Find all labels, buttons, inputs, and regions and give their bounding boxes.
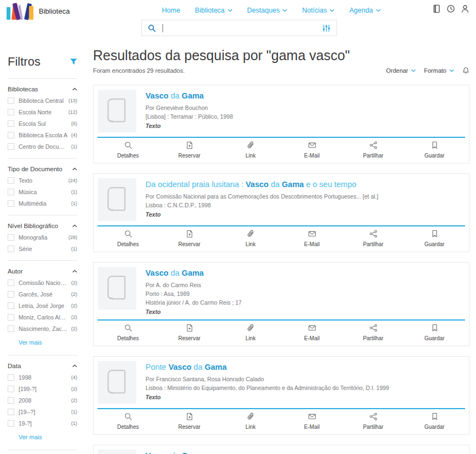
filter-option[interactable]: 2008 (2) bbox=[8, 397, 77, 404]
action-email[interactable]: E-Mail bbox=[281, 230, 343, 247]
nav-destaques[interactable]: Destaques bbox=[247, 7, 288, 14]
chevron-up-icon[interactable] bbox=[72, 270, 77, 273]
checkbox[interactable] bbox=[8, 374, 14, 381]
checkbox[interactable] bbox=[8, 246, 14, 252]
filter-option[interactable]: Escola Sul (6) bbox=[8, 120, 77, 127]
checkbox[interactable] bbox=[8, 177, 14, 184]
action-link[interactable]: Link bbox=[220, 412, 281, 430]
checkbox[interactable] bbox=[8, 291, 14, 298]
action-reservar[interactable]: Reservar bbox=[159, 141, 220, 159]
filter-section-header[interactable]: Data bbox=[8, 363, 77, 369]
action-reservar[interactable]: Reservar bbox=[159, 412, 220, 430]
result-title[interactable]: Vasco da Gama bbox=[146, 91, 233, 100]
chevron-up-icon[interactable] bbox=[72, 364, 77, 368]
action-guardar[interactable]: Guardar bbox=[404, 141, 465, 159]
result-title[interactable]: Vasco da Gama bbox=[146, 269, 242, 277]
book-thumbnail[interactable] bbox=[98, 361, 136, 404]
action-partilhar[interactable]: Partilhar bbox=[343, 230, 404, 247]
action-email[interactable]: E-Mail bbox=[281, 412, 343, 430]
action-link[interactable]: Link bbox=[220, 230, 281, 247]
filter-option[interactable]: [199-?] (2) bbox=[8, 386, 77, 392]
checkbox[interactable] bbox=[8, 397, 14, 404]
filter-section-header[interactable]: Nível Bibliográfico bbox=[8, 223, 77, 229]
filter-section-header[interactable]: Bibliotecas bbox=[8, 86, 77, 92]
filter-option[interactable]: Garcês, José (2) bbox=[8, 291, 77, 298]
nav-agenda[interactable]: Agenda bbox=[349, 7, 380, 14]
chevron-up-icon[interactable] bbox=[72, 167, 77, 171]
filter-option[interactable]: Letria, José Jorge (2) bbox=[8, 302, 77, 309]
action-link[interactable]: Link bbox=[220, 324, 281, 341]
chevron-up-icon[interactable] bbox=[72, 224, 77, 228]
checkbox[interactable] bbox=[8, 200, 14, 207]
filter-option[interactable]: Nascimento, Zacarias (2) bbox=[8, 325, 77, 332]
filter-option[interactable]: Monografia (28) bbox=[8, 234, 77, 241]
user-icon[interactable] bbox=[461, 4, 469, 13]
checkbox[interactable] bbox=[8, 420, 14, 427]
filter-option[interactable]: Série (1) bbox=[8, 246, 77, 252]
history-icon[interactable] bbox=[446, 4, 455, 13]
checkbox[interactable] bbox=[8, 314, 14, 321]
action-guardar[interactable]: Guardar bbox=[404, 230, 465, 247]
action-partilhar[interactable]: Partilhar bbox=[343, 141, 404, 159]
action-partilhar[interactable]: Partilhar bbox=[343, 324, 404, 341]
action-detalhes[interactable]: Detalhes bbox=[97, 412, 159, 430]
funnel-icon[interactable] bbox=[70, 59, 77, 65]
ordenar-dropdown[interactable]: Ordenar bbox=[386, 67, 416, 74]
filter-option[interactable]: Biblioteca Central (13) bbox=[8, 97, 77, 104]
action-reservar[interactable]: Reservar bbox=[159, 230, 220, 247]
checkbox[interactable] bbox=[8, 132, 14, 138]
nav-home[interactable]: Home bbox=[162, 7, 180, 14]
chevron-up-icon[interactable] bbox=[72, 88, 77, 91]
nav-biblioteca[interactable]: Biblioteca bbox=[195, 7, 232, 14]
action-email[interactable]: E-Mail bbox=[281, 324, 343, 341]
checkbox[interactable] bbox=[8, 109, 14, 115]
book-thumbnail[interactable] bbox=[98, 90, 136, 132]
bell-icon[interactable] bbox=[462, 67, 469, 74]
book-thumbnail[interactable] bbox=[98, 178, 136, 221]
checkbox[interactable] bbox=[8, 189, 14, 195]
action-link[interactable]: Link bbox=[220, 141, 281, 159]
filter-option[interactable]: Escola Norte (12) bbox=[8, 109, 77, 115]
action-guardar[interactable]: Guardar bbox=[404, 412, 465, 430]
action-guardar[interactable]: Guardar bbox=[404, 324, 465, 341]
filter-option[interactable]: Moniz, Carlos Alberto (2) bbox=[8, 314, 77, 321]
filter-option[interactable]: Biblioteca Escola A (4) bbox=[8, 132, 77, 138]
checkbox[interactable] bbox=[8, 325, 14, 332]
checkbox[interactable] bbox=[8, 97, 14, 104]
formato-dropdown[interactable]: Formato bbox=[424, 67, 454, 74]
filter-option[interactable]: 19-?] (1) bbox=[8, 420, 77, 427]
filter-option[interactable]: Centro de Documentação (1) bbox=[8, 143, 77, 150]
brand[interactable]: Biblioteca bbox=[7, 2, 69, 20]
filter-section-header[interactable]: Autor bbox=[8, 268, 77, 275]
checkbox[interactable] bbox=[8, 409, 14, 415]
filter-option[interactable]: Música (1) bbox=[8, 189, 77, 195]
ebook-icon[interactable] bbox=[432, 4, 441, 13]
search-input[interactable] bbox=[163, 24, 322, 32]
action-reservar[interactable]: Reservar bbox=[159, 324, 220, 341]
nav-noticias[interactable]: Notícias bbox=[302, 7, 334, 14]
ver-mais-link[interactable]: Ver mais bbox=[19, 339, 42, 346]
checkbox[interactable] bbox=[8, 120, 14, 127]
result-title[interactable]: Vasco da Gama bbox=[146, 451, 227, 454]
checkbox[interactable] bbox=[8, 234, 14, 241]
action-partilhar[interactable]: Partilhar bbox=[343, 412, 404, 430]
book-thumbnail[interactable] bbox=[98, 450, 136, 454]
ver-mais-link[interactable]: Ver mais bbox=[19, 434, 42, 440]
checkbox[interactable] bbox=[8, 386, 14, 392]
action-detalhes[interactable]: Detalhes bbox=[97, 324, 159, 341]
checkbox[interactable] bbox=[8, 280, 14, 286]
search-bar[interactable] bbox=[141, 20, 337, 36]
filter-option[interactable]: [19--?] (1) bbox=[8, 409, 77, 415]
checkbox[interactable] bbox=[8, 302, 14, 309]
filter-option[interactable]: 1998 (4) bbox=[8, 374, 77, 381]
action-detalhes[interactable]: Detalhes bbox=[97, 230, 159, 247]
book-thumbnail[interactable] bbox=[98, 267, 136, 310]
filter-option[interactable]: Texto (24) bbox=[8, 177, 77, 184]
filter-option[interactable]: Multimédia (1) bbox=[8, 200, 77, 207]
filter-section-header[interactable]: Tipo de Documento bbox=[8, 166, 77, 172]
result-title[interactable]: Ponte Vasco da Gama bbox=[146, 363, 389, 371]
action-email[interactable]: E-Mail bbox=[281, 141, 343, 159]
result-title[interactable]: Da ocidental praia lusitana : Vasco da G… bbox=[146, 180, 378, 189]
filter-option[interactable]: Comissão Nacional para a... (2) bbox=[8, 280, 77, 286]
checkbox[interactable] bbox=[8, 143, 14, 150]
